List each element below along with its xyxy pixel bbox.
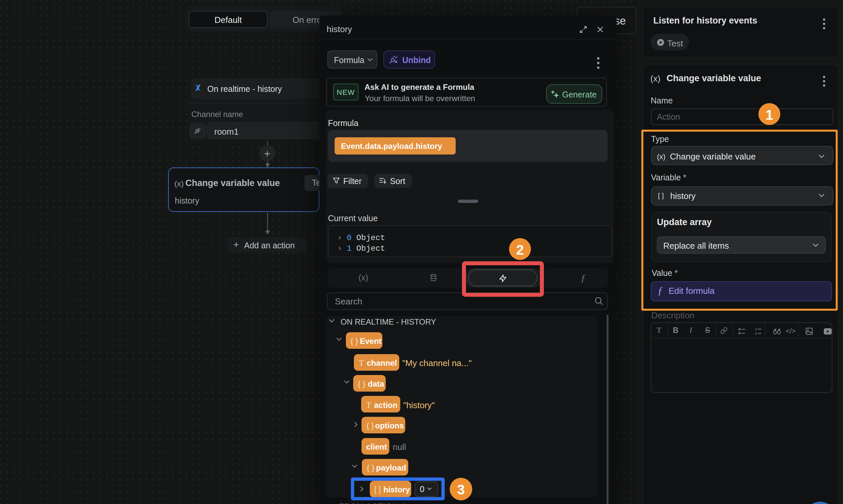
- svg-text:2: 2: [755, 331, 757, 335]
- svg-text:1: 1: [755, 328, 757, 331]
